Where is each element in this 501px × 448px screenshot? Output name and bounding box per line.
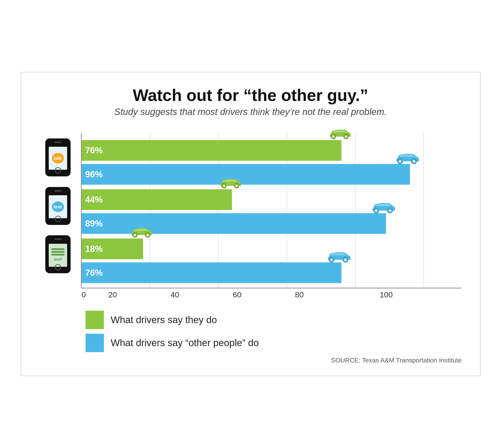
bar-wrapper-surf-green: 18% [82, 239, 462, 259]
bars-inner: 76% [81, 133, 462, 288]
legend-item-green: What drivers say they do [86, 311, 462, 329]
text-label: text [54, 204, 62, 209]
text-phone: text [45, 187, 71, 225]
surf-phone-screen: surf [49, 244, 67, 267]
bar-groups: 76% [82, 133, 462, 288]
text-bubble: text [52, 201, 64, 212]
legend-text-green: What drivers say they do [111, 314, 217, 325]
bar-wrapper-talk-blue: 96% [82, 164, 462, 185]
legend-swatch-green [86, 311, 104, 329]
legend-swatch-blue [86, 334, 104, 352]
svg-point-18 [134, 234, 136, 236]
surf-phone-wrap: surf [40, 230, 76, 278]
car-icon-talk-green [328, 128, 353, 141]
x-label-80: 80 [268, 290, 331, 299]
car-icon-surf-green [129, 226, 155, 240]
svg-point-11 [235, 185, 238, 187]
bar-group-surf: 18% [82, 236, 462, 285]
x-label-60: 60 [206, 290, 268, 299]
x-label-20: 20 [82, 290, 144, 299]
surf-line-1 [51, 248, 65, 250]
bar-text-green: 44% [82, 189, 232, 210]
legend: What drivers say they do What drivers sa… [40, 311, 462, 352]
svg-point-10 [223, 185, 225, 187]
talk-phone-screen: talk [49, 147, 67, 170]
legend-text-blue: What drivers say “other people” do [111, 337, 259, 348]
bar-wrapper-surf-blue: 76% [82, 262, 462, 283]
chart-area: talk text [40, 133, 462, 299]
icons-column: talk text [40, 133, 81, 299]
svg-point-19 [146, 234, 149, 236]
bar-label-surf-green: 18% [82, 244, 103, 254]
bar-label-text-green: 44% [82, 195, 103, 205]
talk-phone-wrap: talk [40, 133, 76, 182]
bar-label-talk-blue: 96% [82, 170, 103, 179]
bar-talk-green: 76% [82, 140, 342, 161]
bar-surf-green: 18% [82, 239, 143, 259]
x-label-100: 100 [330, 290, 393, 299]
text-phone-wrap: text [40, 182, 76, 230]
bars-column: 76% [81, 133, 462, 299]
svg-point-3 [345, 135, 347, 138]
surf-phone: surf [45, 235, 71, 273]
bar-surf-blue: 76% [82, 262, 342, 283]
bar-label-talk-green: 76% [82, 145, 103, 156]
text-phone-screen: text [49, 195, 67, 218]
bar-talk-blue: 96% [82, 164, 410, 185]
legend-item-blue: What drivers say “other people” do [86, 334, 462, 352]
svg-point-2 [332, 135, 335, 138]
surf-lines [51, 248, 65, 256]
car-icon-text-green [218, 177, 244, 190]
svg-point-14 [375, 209, 377, 212]
bar-label-surf-blue: 76% [82, 268, 103, 278]
surf-label: surf [54, 257, 62, 262]
talk-label: talk [54, 156, 62, 161]
bar-label-text-blue: 89% [82, 219, 103, 229]
source-line: SOURCE: Texas A&M Transportation Institu… [40, 357, 462, 364]
bar-text-blue: 89% [82, 213, 386, 234]
talk-bubble: talk [52, 153, 64, 163]
main-title: Watch out for “the other guy.” [40, 86, 462, 104]
surf-line-3 [51, 254, 65, 256]
subtitle: Study suggests that most drivers think t… [40, 107, 462, 117]
talk-phone: talk [45, 138, 71, 176]
bar-wrapper-text-green: 44% [82, 189, 462, 210]
svg-point-6 [399, 160, 401, 163]
infographic-container: Watch out for “the other guy.” Study sug… [21, 72, 481, 376]
x-label-40: 40 [144, 290, 206, 299]
surf-line-2 [51, 251, 65, 253]
svg-point-15 [389, 209, 391, 212]
svg-point-22 [330, 258, 333, 261]
bar-group-talk: 76% [82, 138, 462, 187]
svg-point-7 [413, 160, 415, 163]
svg-point-23 [344, 258, 347, 261]
